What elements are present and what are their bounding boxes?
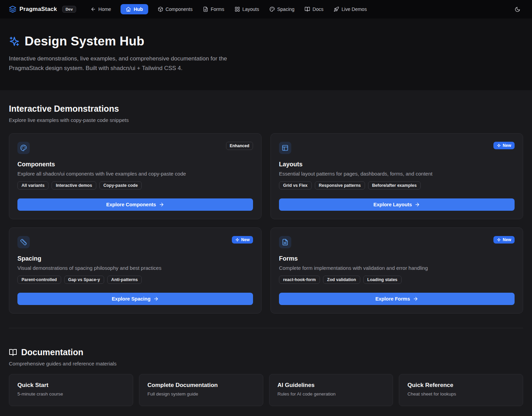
doc-card-description: Full design system guide — [148, 391, 255, 397]
card-title: Layouts — [279, 161, 515, 168]
nav-item-label: Home — [98, 6, 111, 12]
explore-layouts-button[interactable]: Explore Layouts — [279, 198, 515, 211]
cta-label: Explore Components — [106, 202, 156, 207]
sparkles-icon — [497, 143, 501, 148]
dev-badge: Dev — [62, 6, 76, 13]
card-head: New — [17, 236, 253, 248]
nav-item-home[interactable]: Home — [90, 4, 112, 14]
page-title: Design System Hub — [25, 34, 144, 48]
nav-item-label: Live Demos — [341, 6, 367, 12]
layout-panel-icon — [279, 142, 291, 154]
card-description: Complete form implementations with valid… — [279, 265, 515, 271]
tag: Anti-patterns — [107, 276, 142, 284]
card-head: New — [279, 142, 515, 154]
demos-section: Interactive Demonstrations Explore live … — [9, 104, 523, 314]
doc-card-description: 5-minute crash course — [17, 391, 125, 397]
palette-icon — [269, 6, 275, 12]
sparkles-icon — [235, 238, 239, 242]
nav-item-live-demos[interactable]: Live Demos — [333, 4, 367, 14]
doc-card-title: AI Guidelines — [278, 382, 385, 389]
demo-grid: Enhanced Components Explore all shadcn/u… — [9, 133, 523, 314]
nav-item-hub[interactable]: Hub — [121, 4, 148, 14]
doc-card-description: Cheat sheet for lookups — [407, 391, 515, 397]
tag: Before/after examples — [368, 181, 421, 190]
box-icon — [158, 6, 163, 12]
tag: react-hook-form — [279, 276, 320, 284]
hero-subtitle: Interactive demonstrations, live example… — [9, 54, 263, 73]
tag: Copy-paste code — [99, 181, 142, 190]
documentation-section: Documentation Comprehensive guides and r… — [9, 347, 523, 406]
badge-label: New — [503, 237, 511, 242]
tag: Interactive demos — [52, 181, 96, 190]
file-text-icon — [279, 236, 291, 248]
nav-right — [512, 3, 523, 15]
doc-card-quick-start[interactable]: Quick Start 5-minute crash course — [9, 374, 133, 406]
nav-item-components[interactable]: Components — [157, 4, 193, 14]
card-description: Visual demonstrations of spacing philoso… — [17, 265, 253, 271]
book-open-icon — [9, 348, 17, 357]
palette-icon — [17, 142, 30, 154]
theme-toggle-button[interactable] — [512, 3, 523, 15]
file-text-icon — [203, 6, 208, 12]
rocket-icon — [334, 6, 339, 12]
nav-item-label: Components — [166, 6, 193, 12]
brand-name: PragmaStack — [19, 6, 57, 13]
tag: Parent-controlled — [17, 276, 61, 284]
card-title: Components — [17, 161, 253, 168]
nav-item-label: Hub — [134, 6, 143, 12]
cta-label: Explore Layouts — [374, 202, 412, 207]
sparkles-icon — [497, 238, 501, 242]
doc-card-quick-reference[interactable]: Quick Reference Cheat sheet for lookups — [399, 374, 523, 406]
new-badge: New — [493, 236, 515, 244]
ruler-icon — [17, 236, 30, 248]
card-head: Enhanced — [17, 142, 253, 154]
nav-item-label: Docs — [312, 6, 323, 12]
arrow-right-icon — [159, 202, 164, 207]
main-content: Interactive Demonstrations Explore live … — [0, 90, 532, 413]
arrow-right-icon — [415, 202, 420, 207]
arrow-left-icon — [90, 6, 96, 12]
doc-card-description: Rules for AI code generation — [278, 391, 385, 397]
tag-list: Grid vs Flex Responsive patterns Before/… — [279, 181, 515, 190]
nav-item-docs[interactable]: Docs — [304, 4, 324, 14]
home-icon — [126, 6, 131, 12]
enhanced-badge: Enhanced — [226, 142, 253, 150]
nav-item-spacing[interactable]: Spacing — [269, 4, 295, 14]
book-open-icon — [305, 6, 310, 12]
documentation-title: Documentation — [21, 347, 83, 357]
tag: Responsive patterns — [315, 181, 365, 190]
cta-label: Explore Spacing — [112, 296, 151, 302]
card-description: Explore all shadcn/ui components with li… — [17, 171, 253, 177]
main-nav: Home Hub Components Forms Layouts Spacin… — [90, 4, 367, 14]
cta-label: Explore Forms — [375, 296, 410, 302]
new-badge: New — [493, 142, 515, 149]
doc-card-ai-guidelines[interactable]: AI Guidelines Rules for AI code generati… — [269, 374, 393, 406]
nav-item-forms[interactable]: Forms — [202, 4, 225, 14]
hero-section: Design System Hub Interactive demonstrat… — [0, 18, 532, 90]
explore-spacing-button[interactable]: Explore Spacing — [17, 293, 253, 305]
arrow-right-icon — [413, 296, 418, 302]
card-description: Essential layout patterns for pages, das… — [279, 171, 515, 177]
sparkles-icon — [9, 36, 20, 47]
tag: Gap vs Space-y — [64, 276, 104, 284]
doc-card-title: Quick Start — [17, 382, 125, 389]
brand[interactable]: PragmaStack Dev — [9, 5, 76, 13]
explore-forms-button[interactable]: Explore Forms — [279, 293, 515, 305]
tag: Loading states — [363, 276, 402, 284]
tag-list: All variants Interactive demos Copy-past… — [17, 181, 253, 190]
demos-section-title: Interactive Demonstrations — [9, 104, 523, 114]
badge-label: New — [503, 143, 511, 148]
nav-item-label: Forms — [211, 6, 224, 12]
demo-card-spacing: New Spacing Visual demonstrations of spa… — [9, 227, 262, 314]
nav-item-label: Spacing — [277, 6, 295, 12]
layout-grid-icon — [235, 6, 240, 12]
tag: Grid vs Flex — [279, 181, 312, 190]
nav-item-layouts[interactable]: Layouts — [234, 4, 260, 14]
explore-components-button[interactable]: Explore Components — [17, 198, 253, 211]
nav-item-label: Layouts — [242, 6, 259, 12]
card-title: Spacing — [17, 255, 253, 262]
doc-card-title: Complete Documentation — [148, 382, 255, 389]
moon-icon — [515, 6, 520, 12]
doc-card-complete-documentation[interactable]: Complete Documentation Full design syste… — [139, 374, 263, 406]
layers-logo-icon — [9, 5, 16, 13]
